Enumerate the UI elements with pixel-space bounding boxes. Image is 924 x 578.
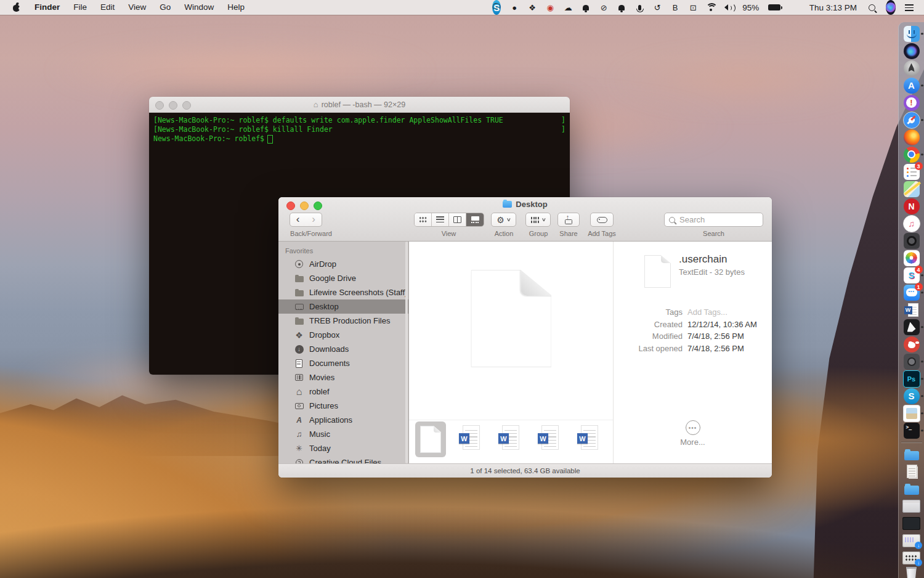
dock-item-app-store[interactable]	[899, 77, 924, 94]
menu-help[interactable]: Help	[221, 0, 251, 15]
icon-view-button[interactable]	[415, 213, 432, 226]
back-button[interactable]: ‹	[290, 213, 306, 227]
wifi-icon-wifi[interactable]	[707, 0, 715, 15]
sidebar-item-downloads[interactable]: Downloads	[278, 342, 408, 356]
dock-item-slack[interactable]: 4	[899, 267, 924, 283]
gallery-view[interactable]	[409, 242, 613, 463]
dock-item-launchpad[interactable]	[899, 60, 924, 76]
dock-item-preview[interactable]	[899, 405, 924, 421]
metadata-value[interactable]: 7/4/18, 2:56 PM	[687, 344, 772, 353]
share-button[interactable]	[557, 213, 580, 227]
bell2-icon-bell2[interactable]	[617, 0, 626, 15]
group-button[interactable]: ∨	[525, 213, 551, 227]
siri-icon-siri[interactable]	[886, 0, 896, 15]
search-field[interactable]	[664, 213, 763, 227]
sidebar-item-treb-production[interactable]: TREB Production Files	[278, 314, 408, 328]
dock-item-min-download-1[interactable]	[899, 532, 924, 548]
sidebar-item-today[interactable]: Today	[278, 441, 408, 455]
apple-menu[interactable]	[12, 3, 20, 12]
skype-icon-skype[interactable]: Ⓢ	[492, 0, 501, 15]
file-thumbnail-word-4[interactable]	[573, 421, 604, 457]
dock-item-messages[interactable]: 1	[899, 284, 924, 301]
list-view-button[interactable]	[432, 213, 449, 226]
dock-item-skype[interactable]	[899, 388, 924, 404]
file-thumbnail-userchain[interactable]	[415, 421, 446, 457]
dock-item-min-window-1[interactable]	[899, 497, 924, 514]
column-view-button[interactable]	[449, 213, 466, 226]
dock-item-chrome[interactable]	[899, 146, 924, 163]
sidebar-item-roblef[interactable]: roblef	[278, 385, 408, 399]
metadata-value[interactable]: 7/4/18, 2:56 PM	[687, 332, 772, 341]
dnd-icon-dnd[interactable]: ⊘	[599, 0, 608, 15]
file-thumbnail-word-3[interactable]	[533, 421, 564, 457]
terminal-window-controls[interactable]	[155, 101, 191, 110]
dock-item-finder[interactable]	[899, 25, 924, 42]
dock-item-safari[interactable]	[899, 112, 924, 128]
menu-finder[interactable]: Finder	[28, 0, 67, 15]
sidebar-item-google-drive[interactable]: Google Drive	[278, 271, 408, 285]
more-button[interactable]: ••• More...	[614, 420, 772, 447]
airplay-icon-airplay[interactable]: ⊡	[689, 0, 697, 15]
dock-item-reminders[interactable]: 3	[899, 163, 924, 180]
search-input[interactable]	[678, 214, 758, 225]
dock-item-bear[interactable]	[899, 336, 924, 352]
bell1-icon-bell1[interactable]	[582, 0, 590, 15]
clock-icon-clock[interactable]: Thu 3:13 PM	[809, 0, 857, 15]
sidebar-item-lifewire-screenshots[interactable]: Lifewire Screenshots (Staff)	[278, 285, 408, 299]
battery-pct-icon-battery-pct[interactable]: 95%	[742, 0, 759, 15]
dock-item-min-download-2[interactable]	[899, 549, 924, 566]
action-button[interactable]: ⚙ ∨	[491, 213, 516, 227]
sidebar-item-pictures[interactable]: Pictures	[278, 399, 408, 413]
dock-item-folder-2[interactable]	[899, 480, 924, 497]
selected-file-preview[interactable]	[471, 270, 551, 367]
sidebar-item-applications[interactable]: Applications	[278, 413, 408, 427]
file-thumbnail-word-1[interactable]	[455, 421, 485, 457]
menu-file[interactable]: File	[67, 0, 94, 15]
dock-item-netflix[interactable]	[899, 198, 924, 214]
volume-icon-volume[interactable]	[724, 0, 733, 15]
dock-item-siri[interactable]	[899, 43, 924, 59]
dock-item-terminal[interactable]	[899, 422, 924, 439]
sidebar-item-creative-cloud[interactable]: Creative Cloud Files	[278, 455, 408, 463]
gallery-view-button[interactable]	[466, 213, 484, 226]
mic-icon-mic[interactable]	[635, 0, 644, 15]
dock-item-screen-app[interactable]	[899, 353, 924, 370]
notif-icon-notif[interactable]	[905, 0, 914, 15]
metadata-value[interactable]: Add Tags...	[687, 307, 772, 317]
dock-item-min-window-2[interactable]	[899, 515, 924, 531]
dock-item-wheel-app[interactable]	[899, 232, 924, 249]
spotlight-icon-spotlight[interactable]	[868, 0, 877, 15]
metadata-value[interactable]: 12/12/14, 10:36 AM	[687, 320, 772, 329]
close-button[interactable]	[155, 101, 164, 110]
dock-item-trash[interactable]	[899, 566, 924, 578]
add-tags-button[interactable]	[590, 213, 614, 227]
dock-item-photos[interactable]	[899, 250, 924, 266]
adobe-icon-adobe[interactable]: ◉	[546, 0, 554, 15]
time-machine-icon-time-machine[interactable]: ↺	[653, 0, 662, 15]
sidebar-item-airdrop[interactable]: AirDrop	[278, 257, 408, 271]
dock-item-doc-stack[interactable]	[899, 463, 924, 479]
input-source-icon-input-source[interactable]	[790, 0, 798, 15]
sidebar-item-movies[interactable]: Movies	[278, 370, 408, 385]
zoom-button[interactable]	[182, 101, 191, 110]
dropbox-icon-dropbox[interactable]: ❖	[528, 0, 537, 15]
file-thumbnail-word-2[interactable]	[494, 421, 525, 457]
dock-item-alert-app[interactable]	[899, 94, 924, 111]
menu-view[interactable]: View	[121, 0, 153, 15]
dock-item-firefox[interactable]	[899, 129, 924, 145]
dock-item-folder-1[interactable]	[899, 446, 924, 462]
dock-item-word[interactable]	[899, 301, 924, 318]
onedrive-icon-onedrive[interactable]: ☁	[564, 0, 572, 15]
dock-item-itunes[interactable]	[899, 215, 924, 232]
chat-balloon-icon-chat-balloon[interactable]: ●	[510, 0, 519, 15]
bt-icon-bt[interactable]: B	[671, 0, 679, 15]
sidebar-item-music[interactable]: Music	[278, 427, 408, 441]
sidebar-item-desktop[interactable]: Desktop	[278, 299, 408, 314]
sidebar-scrollbar[interactable]	[405, 242, 408, 463]
sidebar-item-dropbox[interactable]: Dropbox	[278, 328, 408, 342]
menu-edit[interactable]: Edit	[94, 0, 121, 15]
sidebar-item-documents[interactable]: Documents	[278, 356, 408, 370]
battery-icon-battery[interactable]	[768, 0, 780, 15]
forward-button[interactable]: ›	[306, 213, 322, 227]
terminal-titlebar[interactable]: ⌂ roblef — -bash — 92×29	[149, 97, 570, 113]
